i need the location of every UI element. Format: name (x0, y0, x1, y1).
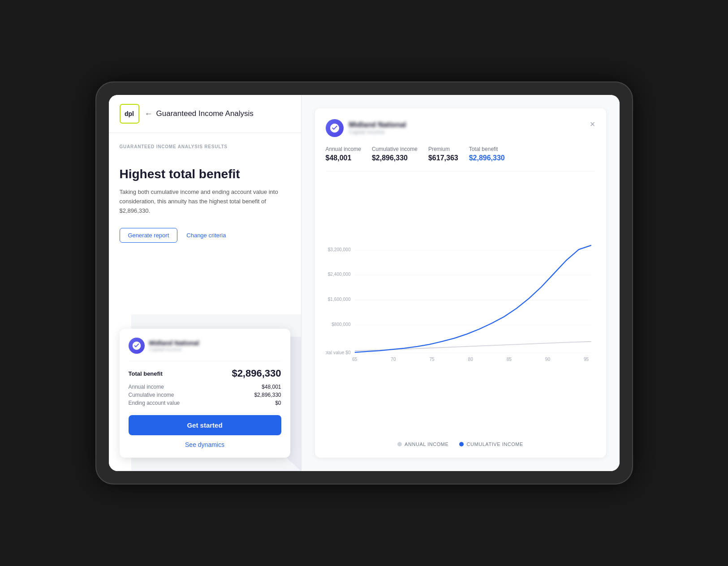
legend-cumulative-income-dot (459, 442, 464, 446)
svg-text:90: 90 (545, 357, 550, 362)
svg-text:$1,600,000: $1,600,000 (327, 297, 350, 302)
chart-product-subtitle: Capital Income (349, 129, 406, 135)
metrics-row: Annual income $48,001 Cumulative income … (326, 146, 595, 172)
annual-income-row: Annual income $48,001 (129, 384, 281, 390)
metric-premium-value: $617,363 (428, 154, 458, 162)
cumulative-income-row: Cumulative income $2,896,330 (129, 392, 281, 398)
total-benefit-label: Total benefit (129, 370, 163, 377)
chart-product-logo (326, 119, 344, 137)
product-name: Midland National (149, 339, 199, 347)
svg-text:95: 95 (583, 357, 589, 362)
product-subtitle: Capital Income (149, 347, 199, 352)
get-started-button[interactable]: Get started (129, 415, 281, 435)
product-card-header: Midland National Capital Income (129, 338, 281, 354)
chart-product-name: Midland National (349, 121, 406, 129)
chart-svg: $3,200,000 $2,400,000 $1,600,000 $800,00… (326, 182, 595, 436)
product-divider (129, 361, 281, 361)
legend-annual-income-dot (397, 442, 402, 446)
see-dynamics-button[interactable]: See dynamics (129, 441, 281, 448)
chart-product-info: Midland National Capital Income (326, 119, 406, 137)
cumulative-income-value: $2,896,330 (254, 392, 281, 398)
metric-premium: Premium $617,363 (428, 146, 458, 162)
legend-annual-income: ANNUAL INCOME (397, 442, 448, 447)
product-logo (129, 338, 145, 354)
svg-text:80: 80 (468, 357, 473, 362)
product-card: Midland National Capital Income Total be… (120, 329, 290, 458)
metric-total-benefit-label: Total benefit (469, 146, 505, 152)
svg-text:70: 70 (391, 357, 396, 362)
metric-cumulative-income-label: Cumulative income (372, 146, 418, 152)
back-arrow-icon[interactable]: ← (145, 109, 153, 119)
legend-cumulative-income-label: CUMULATIVE INCOME (466, 442, 523, 447)
app-header: dpl ← Guaranteed Income Analysis (109, 95, 301, 133)
metric-annual-income-label: Annual income (326, 146, 361, 152)
cumulative-income-label: Cumulative income (129, 392, 174, 398)
metric-total-benefit-value: $2,896,330 (469, 154, 505, 162)
change-criteria-button[interactable]: Change criteria (186, 232, 226, 239)
metric-cumulative-income: Cumulative income $2,896,330 (372, 146, 418, 162)
metric-premium-label: Premium (428, 146, 458, 152)
annual-income-value: $48,001 (262, 384, 281, 390)
breadcrumb-label: GUARANTEED INCOME ANALYSIS RESULTS (120, 144, 228, 149)
ending-account-label: Ending account value (129, 400, 180, 406)
tablet-frame: dpl ← Guaranteed Income Analysis GUARANT… (95, 81, 633, 485)
annual-income-label: Annual income (129, 384, 164, 390)
ending-account-value: $0 (275, 400, 281, 406)
action-buttons: Generate report Change criteria (120, 228, 290, 243)
tablet-screen: dpl ← Guaranteed Income Analysis GUARANT… (109, 95, 620, 471)
svg-text:65: 65 (352, 357, 358, 362)
product-info: Midland National Capital Income (149, 339, 199, 352)
metric-annual-income-value: $48,001 (326, 154, 361, 162)
description-text: Taking both cumulative income and ending… (120, 188, 290, 215)
svg-text:85: 85 (506, 357, 512, 362)
chart-header: Midland National Capital Income × (326, 119, 595, 137)
metric-annual-income: Annual income $48,001 (326, 146, 361, 162)
svg-text:Total value $0: Total value $0 (326, 350, 351, 355)
chart-area: $3,200,000 $2,400,000 $1,600,000 $800,00… (326, 182, 595, 436)
chart-card: Midland National Capital Income × Annual… (315, 108, 606, 458)
svg-text:75: 75 (429, 357, 435, 362)
page-title: Guaranteed Income Analysis (156, 109, 254, 118)
total-benefit-row: Total benefit $2,896,330 (129, 368, 281, 379)
chart-product-text: Midland National Capital Income (349, 121, 406, 135)
legend-cumulative-income: CUMULATIVE INCOME (459, 442, 523, 447)
breadcrumb: GUARANTEED INCOME ANALYSIS RESULTS (109, 133, 301, 154)
right-panel: Midland National Capital Income × Annual… (302, 95, 620, 471)
close-button[interactable]: × (590, 119, 595, 129)
generate-report-button[interactable]: Generate report (120, 228, 178, 243)
svg-text:$800,000: $800,000 (332, 322, 351, 327)
svg-text:$3,200,000: $3,200,000 (327, 247, 350, 252)
ending-account-row: Ending account value $0 (129, 400, 281, 406)
metric-cumulative-income-value: $2,896,330 (372, 154, 418, 162)
app-logo: dpl (120, 104, 139, 124)
total-benefit-value: $2,896,330 (232, 368, 281, 379)
chart-legend: ANNUAL INCOME CUMULATIVE INCOME (326, 442, 595, 447)
left-panel: dpl ← Guaranteed Income Analysis GUARANT… (109, 95, 302, 471)
svg-text:$2,400,000: $2,400,000 (327, 272, 350, 277)
legend-annual-income-label: ANNUAL INCOME (405, 442, 448, 447)
main-heading: Highest total benefit (120, 167, 290, 181)
metric-total-benefit: Total benefit $2,896,330 (469, 146, 505, 162)
